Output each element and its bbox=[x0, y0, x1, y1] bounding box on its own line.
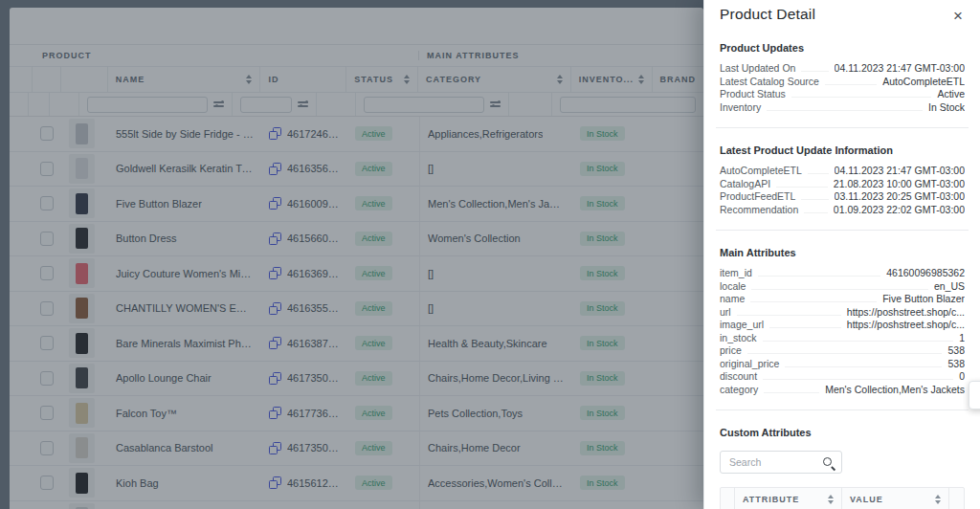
drawer-title: Product Detail bbox=[720, 6, 815, 23]
detail-value: 04.11.2023 21:47 GMT-03:00 bbox=[835, 165, 965, 176]
attr-header-attribute[interactable]: ATTRIBUTE bbox=[735, 488, 842, 509]
detail-leader bbox=[776, 187, 828, 188]
product-detail-drawer: Product Detail × Product Updates Last Up… bbox=[703, 0, 980, 509]
detail-row: nameFive Button Blazer bbox=[720, 293, 965, 306]
detail-label: image_url bbox=[720, 319, 764, 330]
section-title-latest-update-info: Latest Product Update Information bbox=[720, 144, 965, 156]
search-icon[interactable] bbox=[822, 456, 835, 469]
floating-action-partial[interactable] bbox=[969, 381, 980, 409]
detail-leader bbox=[751, 289, 927, 290]
detail-leader bbox=[801, 71, 828, 72]
detail-label: discount bbox=[720, 370, 757, 382]
detail-value: In Stock bbox=[928, 101, 965, 113]
detail-label: url bbox=[720, 306, 731, 318]
detail-row: discount0 bbox=[720, 370, 965, 384]
detail-value: 538 bbox=[947, 358, 965, 369]
custom-attributes-search[interactable] bbox=[720, 451, 842, 474]
detail-leader bbox=[763, 379, 953, 380]
detail-value: https://poshstreet.shop/c... bbox=[847, 319, 965, 330]
detail-value: 21.08.2023 10:00 GMT-03:00 bbox=[834, 178, 965, 189]
section-title-custom-attributes: Custom Attributes bbox=[720, 427, 965, 438]
detail-value: Active bbox=[937, 88, 965, 100]
detail-row: ProductFeedETL03.11.2023 20:25 GMT-03:00 bbox=[720, 190, 965, 204]
detail-value: 03.11.2023 20:25 GMT-03:00 bbox=[835, 190, 965, 202]
detail-row: InventoryIn Stock bbox=[720, 101, 965, 115]
detail-row: Recommendation01.09.2023 22:02 GMT-03:00 bbox=[720, 204, 965, 217]
detail-row: urlhttps://poshstreet.shop/c... bbox=[720, 306, 965, 320]
detail-leader bbox=[747, 353, 943, 354]
detail-value: 1 bbox=[959, 332, 965, 343]
sort-icon[interactable] bbox=[935, 495, 941, 504]
attr-header-attribute-label: ATTRIBUTE bbox=[743, 495, 799, 504]
detail-label: category bbox=[720, 384, 758, 395]
detail-label: AutoCompleteETL bbox=[720, 165, 802, 176]
detail-label: locale bbox=[720, 280, 746, 292]
detail-value: 04.11.2023 21:47 GMT-03:00 bbox=[835, 62, 965, 74]
detail-leader bbox=[767, 110, 923, 111]
detail-label: Inventory bbox=[720, 101, 761, 113]
attr-header-value-label: VALUE bbox=[850, 495, 883, 504]
section-title-main-attributes: Main Attributes bbox=[720, 247, 965, 258]
detail-row: in_stock1 bbox=[720, 332, 965, 345]
detail-label: Recommendation bbox=[720, 204, 798, 215]
detail-row: localeen_US bbox=[720, 280, 965, 294]
drawer-backdrop[interactable] bbox=[0, 0, 703, 509]
detail-leader bbox=[764, 392, 819, 393]
detail-value: Men's Collection,Men's Jackets bbox=[825, 384, 965, 395]
detail-label: item_id bbox=[720, 267, 752, 278]
detail-value: https://poshstreet.shop/c... bbox=[847, 306, 965, 318]
detail-row: Latest Catalog SourceAutoCompleteETL bbox=[720, 76, 965, 89]
detail-leader bbox=[801, 199, 828, 200]
detail-leader bbox=[737, 315, 841, 316]
custom-attributes-table-header: ATTRIBUTE VALUE bbox=[720, 487, 965, 509]
detail-label: name bbox=[720, 293, 745, 304]
detail-label: Last Updated On bbox=[720, 62, 795, 74]
detail-row: CatalogAPI21.08.2023 10:00 GMT-03:00 bbox=[720, 178, 965, 191]
section-divider bbox=[716, 409, 969, 410]
detail-row: image_urlhttps://poshstreet.shop/c... bbox=[720, 319, 965, 332]
detail-leader bbox=[791, 97, 932, 98]
detail-label: original_price bbox=[720, 358, 779, 369]
attr-header-value[interactable]: VALUE bbox=[842, 488, 949, 509]
detail-value: 46160096985362 bbox=[886, 267, 965, 278]
detail-leader bbox=[750, 301, 877, 302]
detail-leader bbox=[808, 173, 829, 174]
section-product-updates: Last Updated On04.11.2023 21:47 GMT-03:0… bbox=[720, 62, 965, 114]
section-latest-update-info: AutoCompleteETL04.11.2023 21:47 GMT-03:0… bbox=[720, 165, 965, 216]
detail-label: in_stock bbox=[720, 332, 757, 343]
detail-leader bbox=[763, 341, 954, 342]
detail-row: item_id46160096985362 bbox=[720, 267, 965, 280]
detail-value: 538 bbox=[947, 344, 965, 356]
sort-icon[interactable] bbox=[828, 495, 834, 504]
section-main-attributes: item_id46160096985362localeen_USnameFive… bbox=[720, 267, 965, 396]
detail-leader bbox=[758, 276, 880, 277]
detail-row: Product StatusActive bbox=[720, 88, 965, 101]
detail-leader bbox=[769, 327, 841, 328]
detail-row: categoryMen's Collection,Men's Jackets bbox=[720, 384, 965, 397]
detail-label: Product Status bbox=[720, 88, 786, 100]
detail-row: AutoCompleteETL04.11.2023 21:47 GMT-03:0… bbox=[720, 165, 965, 178]
detail-label: price bbox=[720, 344, 742, 356]
attr-header-spacer bbox=[949, 488, 964, 509]
section-divider bbox=[716, 230, 969, 231]
close-icon[interactable]: × bbox=[951, 6, 965, 26]
detail-label: ProductFeedETL bbox=[720, 190, 795, 202]
detail-row: price538 bbox=[720, 344, 965, 358]
detail-value: 01.09.2023 22:02 GMT-03:00 bbox=[834, 204, 965, 215]
section-divider bbox=[716, 127, 969, 128]
detail-value: Five Button Blazer bbox=[882, 293, 965, 304]
detail-leader bbox=[785, 366, 942, 367]
detail-value: en_US bbox=[934, 280, 965, 292]
detail-leader bbox=[804, 212, 828, 213]
detail-value: 0 bbox=[959, 370, 965, 382]
detail-value: AutoCompleteETL bbox=[882, 76, 965, 87]
detail-label: Latest Catalog Source bbox=[720, 76, 819, 87]
detail-row: original_price538 bbox=[720, 358, 965, 371]
detail-leader bbox=[825, 84, 877, 85]
section-title-product-updates: Product Updates bbox=[720, 42, 965, 54]
search-input[interactable] bbox=[727, 455, 816, 469]
detail-row: Last Updated On04.11.2023 21:47 GMT-03:0… bbox=[720, 62, 965, 76]
detail-label: CatalogAPI bbox=[720, 178, 770, 189]
attr-header-spacer bbox=[721, 488, 735, 509]
